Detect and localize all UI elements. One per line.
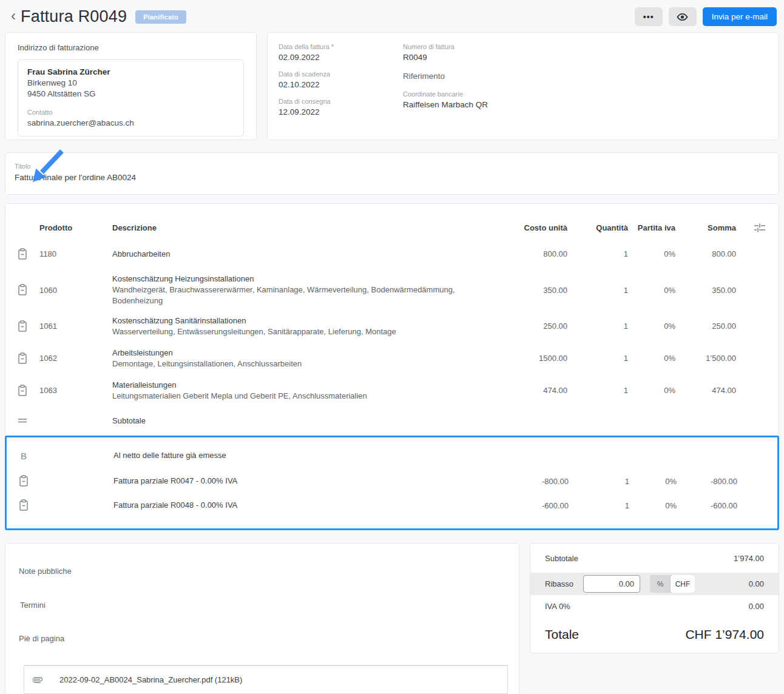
header-product: Prodotto bbox=[39, 223, 112, 232]
discount-label: Ribasso bbox=[545, 579, 573, 588]
vat-cell[interactable]: 0% bbox=[628, 249, 675, 258]
unit-cost-cell[interactable]: 800.00 bbox=[501, 249, 567, 258]
preview-button[interactable] bbox=[669, 7, 697, 26]
send-email-button[interactable]: Invia per e-mail bbox=[703, 7, 777, 26]
invoice-date-value: 02.09.2022 bbox=[279, 53, 320, 62]
bank-details-field[interactable]: Coordinate bancarie Raiffeisen Marbach Q… bbox=[403, 90, 768, 110]
contact-email: sabrina.zuercher@abacus.ch bbox=[27, 118, 234, 127]
back-chevron-icon[interactable]: ‹ bbox=[8, 8, 21, 25]
quantity-cell[interactable]: 1 bbox=[567, 249, 628, 258]
product-cell[interactable]: 1061 bbox=[39, 322, 112, 331]
table-row[interactable]: Fattura parziale R0048 - 0.00% IVA -600.… bbox=[7, 493, 777, 517]
unit-cost-cell[interactable]: 350.00 bbox=[501, 286, 567, 295]
delivery-date-field[interactable]: Data di consegna 12.09.2022 bbox=[279, 98, 403, 117]
table-row[interactable]: Fattura parziale R0047 - 0.00% IVA -800.… bbox=[7, 469, 777, 493]
delivery-date-value: 12.09.2022 bbox=[279, 107, 320, 116]
contact-street: Birkenweg 10 bbox=[27, 78, 234, 89]
unit-cost-cell[interactable]: 474.00 bbox=[501, 386, 567, 395]
bold-text-icon[interactable]: B bbox=[21, 451, 27, 461]
reference-field[interactable]: Riferimento bbox=[403, 72, 768, 81]
clipboard-icon[interactable] bbox=[18, 475, 29, 487]
attachment-filename: 2022-09-02_AB0024_Sabrina_Zuercher.pdf (… bbox=[59, 675, 242, 684]
contact-label: Contatto bbox=[27, 109, 53, 116]
terms-field[interactable]: Termini bbox=[20, 601, 510, 610]
clipboard-icon[interactable] bbox=[17, 284, 28, 296]
product-cell[interactable]: 1180 bbox=[39, 249, 112, 258]
unit-cost-cell[interactable]: 250.00 bbox=[501, 322, 567, 331]
description-cell[interactable]: Kostenschätzung Heizungsinstallationen W… bbox=[112, 274, 501, 306]
table-row[interactable]: 1063 Materialleistungen Leitungsmaterial… bbox=[5, 374, 779, 406]
column-settings-icon[interactable] bbox=[754, 222, 766, 233]
billing-address-card: Indirizzo di fatturazione Frau Sabrina Z… bbox=[5, 32, 257, 140]
table-row[interactable]: 1060 Kostenschätzung Heizungsinstallatio… bbox=[5, 270, 779, 310]
invoice-date-field[interactable]: Data della fattura * 02.09.2022 bbox=[279, 43, 403, 62]
footer-field[interactable]: Piè di pagina bbox=[19, 634, 510, 643]
text-row-label[interactable]: Al netto delle fatture già emesse bbox=[113, 450, 502, 461]
items-table-card: Prodotto Descrizione Costo unità Quantit… bbox=[5, 203, 779, 530]
quantity-cell[interactable]: 1 bbox=[567, 386, 628, 395]
quantity-cell[interactable]: 1 bbox=[569, 477, 629, 486]
discount-row: Ribasso % CHF 0.00 bbox=[530, 573, 779, 595]
unit-cost-cell[interactable]: -800.00 bbox=[502, 477, 569, 486]
table-row[interactable]: 1062 Arbeitsleistungen Demontage, Leitun… bbox=[5, 342, 779, 374]
sum-cell: 350.00 bbox=[675, 286, 736, 295]
table-row[interactable]: 1180 Abbrucharbeiten 800.00 1 0% 800.00 bbox=[5, 238, 779, 270]
public-notes-field[interactable]: Note pubbliche bbox=[19, 567, 510, 576]
description-cell[interactable]: Abbrucharbeiten bbox=[112, 249, 501, 260]
invoice-edit-page: ‹ Fattura R0049 Pianificato ••• Invia pe… bbox=[0, 0, 784, 694]
bank-details-value: Raiffeisen Marbach QR bbox=[403, 100, 488, 109]
attachment-item[interactable]: 2022-09-02_AB0024_Sabrina_Zuercher.pdf (… bbox=[24, 665, 508, 694]
vat-cell[interactable]: 0% bbox=[628, 386, 675, 395]
description-cell[interactable]: Kostenschätzung Sanitärinstallationen Wa… bbox=[112, 315, 501, 337]
sum-cell: 800.00 bbox=[675, 249, 736, 258]
subtotal-equals-icon[interactable] bbox=[18, 417, 27, 423]
quantity-cell[interactable]: 1 bbox=[567, 286, 628, 295]
due-date-field[interactable]: Data di scadenza 02.10.2022 bbox=[279, 70, 403, 90]
contact-name: Frau Sabrina Zürcher bbox=[27, 67, 234, 76]
vat-cell[interactable]: 0% bbox=[628, 354, 675, 363]
billing-address-box[interactable]: Frau Sabrina Zürcher Birkenweg 10 9450 A… bbox=[18, 59, 244, 136]
more-actions-button[interactable]: ••• bbox=[635, 7, 663, 26]
discount-value: 0.00 bbox=[749, 579, 764, 588]
description-cell[interactable]: Materialleistungen Leitungsmaterialien G… bbox=[112, 380, 501, 402]
quantity-cell[interactable]: 1 bbox=[567, 322, 628, 331]
quantity-cell[interactable]: 1 bbox=[569, 501, 629, 510]
clipboard-icon[interactable] bbox=[17, 352, 28, 365]
product-cell[interactable]: 1063 bbox=[39, 386, 112, 395]
unit-cost-cell[interactable]: 1500.00 bbox=[501, 354, 567, 363]
vat-cell[interactable]: 0% bbox=[628, 286, 675, 295]
sum-cell: -800.00 bbox=[677, 477, 737, 486]
text-row[interactable]: B Al netto delle fatture già emesse bbox=[7, 442, 777, 469]
clipboard-icon[interactable] bbox=[17, 320, 28, 332]
currency-toggle-option[interactable]: CHF bbox=[671, 575, 695, 593]
description-cell[interactable]: Arbeitsleistungen Demontage, Leitungsins… bbox=[112, 348, 501, 369]
table-row[interactable]: 1061 Kostenschätzung Sanitärinstallation… bbox=[5, 310, 779, 342]
totals-card: Subtotale 1’974.00 Ribasso % CHF 0.00 IV… bbox=[530, 543, 779, 653]
vat-cell[interactable]: 0% bbox=[628, 322, 675, 331]
header-bar: ‹ Fattura R0049 Pianificato ••• Invia pe… bbox=[0, 0, 784, 32]
discount-input[interactable] bbox=[583, 575, 640, 593]
vat-cell[interactable]: 0% bbox=[629, 477, 677, 486]
unit-cost-cell[interactable]: -600.00 bbox=[502, 501, 569, 510]
sum-cell: -600.00 bbox=[677, 501, 737, 510]
invoice-number-field[interactable]: Numero di fattura R0049 bbox=[403, 43, 768, 62]
clipboard-icon[interactable] bbox=[18, 499, 29, 511]
clipboard-icon[interactable] bbox=[17, 248, 28, 260]
table-header-row: Prodotto Descrizione Costo unità Quantit… bbox=[5, 217, 779, 238]
vat-cell[interactable]: 0% bbox=[629, 501, 677, 510]
product-cell[interactable]: 1062 bbox=[39, 354, 112, 363]
quantity-cell[interactable]: 1 bbox=[567, 354, 628, 363]
subtotal-row[interactable]: Subtotale bbox=[5, 406, 779, 434]
description-cell[interactable]: Fattura parziale R0048 - 0.00% IVA bbox=[113, 500, 502, 511]
paperclip-icon bbox=[33, 673, 42, 687]
header-sum: Somma bbox=[675, 223, 736, 232]
subtotal-label: Subtotale bbox=[545, 554, 578, 563]
description-line2: Leitungsmaterialien Geberit Mepla und Ge… bbox=[112, 391, 501, 402]
vat-label: IVA 0% bbox=[545, 602, 570, 611]
clipboard-icon[interactable] bbox=[17, 385, 28, 397]
title-field[interactable]: Fattura finale per l'ordine AB0024 bbox=[15, 173, 769, 182]
percent-toggle-option[interactable]: % bbox=[650, 575, 671, 593]
product-cell[interactable]: 1060 bbox=[39, 286, 112, 295]
discount-unit-toggle: % CHF bbox=[650, 575, 695, 593]
description-cell[interactable]: Fattura parziale R0047 - 0.00% IVA bbox=[113, 476, 502, 487]
